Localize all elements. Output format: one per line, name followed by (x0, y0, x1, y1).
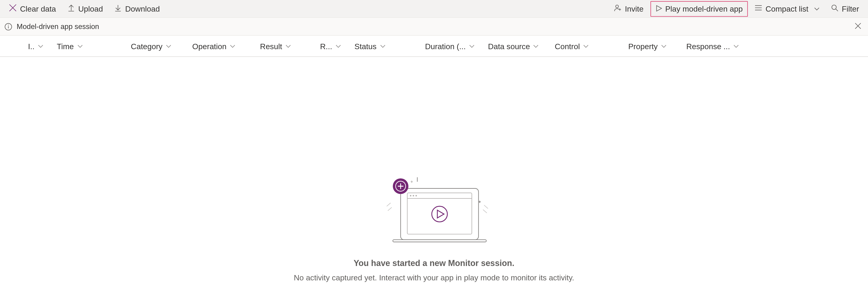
column-header-response[interactable]: Response ... (673, 36, 746, 56)
chevron-down-icon (77, 43, 83, 49)
column-header-time[interactable]: Time (50, 36, 105, 56)
download-icon (114, 4, 122, 13)
play-icon (655, 4, 662, 13)
clear-data-button[interactable]: Clear data (4, 1, 60, 17)
column-label: Result (260, 42, 282, 50)
svg-point-9 (413, 195, 414, 196)
session-label: Model-driven app session (17, 22, 99, 31)
close-icon (855, 22, 861, 31)
list-icon (754, 4, 762, 13)
download-label: Download (125, 4, 160, 13)
monitor-root: Clear data Upload Download (0, 0, 868, 298)
svg-point-8 (410, 195, 411, 196)
column-header-result[interactable]: Result (242, 36, 298, 56)
column-label: Duration (... (425, 42, 466, 50)
view-mode-button[interactable]: Compact list (750, 1, 824, 17)
empty-state-title: You have started a new Monitor session. (354, 258, 515, 268)
close-session-bar-button[interactable] (852, 20, 864, 33)
column-label: Data source (488, 42, 530, 50)
empty-state-subtitle: No activity captured yet. Interact with … (294, 273, 574, 282)
view-mode-label: Compact list (766, 4, 808, 13)
svg-point-1 (832, 5, 836, 9)
download-button[interactable]: Download (110, 1, 164, 17)
chevron-down-icon (38, 43, 43, 49)
svg-rect-4 (401, 189, 479, 240)
clear-data-label: Clear data (20, 4, 56, 13)
svg-rect-6 (407, 193, 472, 234)
filter-label: Filter (842, 4, 859, 13)
column-label: Control (555, 42, 580, 50)
top-toolbar: Clear data Upload Download (0, 0, 868, 18)
search-icon (831, 4, 839, 13)
column-header-duration[interactable]: Duration (... (409, 36, 481, 56)
svg-point-3 (8, 24, 8, 25)
column-header-property[interactable]: Property (607, 36, 673, 56)
session-info-bar: Model-driven app session (0, 18, 868, 36)
column-label: Operation (192, 42, 227, 50)
svg-point-11 (432, 206, 447, 222)
close-x-icon (9, 4, 17, 13)
svg-rect-5 (393, 240, 486, 242)
column-label: R... (320, 42, 332, 50)
chevron-down-icon (336, 43, 341, 49)
column-header-datasource[interactable]: Data source (481, 36, 548, 56)
empty-illustration (378, 174, 490, 248)
column-label: Status (354, 42, 376, 50)
column-label: Category (131, 42, 162, 50)
info-icon (4, 23, 12, 30)
chevron-down-icon (733, 43, 739, 49)
chevron-down-icon (533, 43, 539, 49)
grid-header-row: I.. Time Category Operation Result R... … (0, 36, 868, 57)
play-app-label: Play model-driven app (665, 4, 743, 13)
column-label: Response ... (686, 42, 730, 50)
column-header-id[interactable]: I.. (11, 36, 50, 56)
column-label: I.. (28, 42, 34, 50)
column-label: Time (57, 42, 74, 50)
column-header-operation[interactable]: Operation (178, 36, 242, 56)
invite-user-icon (614, 4, 622, 13)
chevron-down-icon (661, 43, 666, 49)
chevron-down-icon (814, 4, 819, 13)
upload-label: Upload (78, 4, 103, 13)
column-label: Property (628, 42, 658, 50)
upload-icon (67, 4, 75, 13)
filter-button[interactable]: Filter (826, 1, 863, 17)
chevron-down-icon (285, 43, 291, 49)
toolbar-right-group: Invite Play model-driven app Compact lis… (609, 1, 863, 17)
toolbar-left-group: Clear data Upload Download (4, 1, 164, 17)
chevron-down-icon (230, 43, 236, 49)
column-header-category[interactable]: Category (106, 36, 178, 56)
svg-point-10 (415, 195, 417, 196)
column-header-r[interactable]: R... (298, 36, 348, 56)
svg-point-0 (616, 5, 618, 8)
chevron-down-icon (380, 43, 385, 49)
column-header-control[interactable]: Control (548, 36, 607, 56)
column-header-status[interactable]: Status (348, 36, 409, 56)
play-app-button[interactable]: Play model-driven app (650, 1, 748, 17)
invite-label: Invite (625, 4, 644, 13)
upload-button[interactable]: Upload (63, 1, 107, 17)
chevron-down-icon (166, 43, 171, 49)
invite-button[interactable]: Invite (609, 1, 648, 17)
empty-state: You have started a new Monitor session. … (0, 57, 868, 282)
chevron-down-icon (583, 43, 589, 49)
chevron-down-icon (469, 43, 474, 49)
